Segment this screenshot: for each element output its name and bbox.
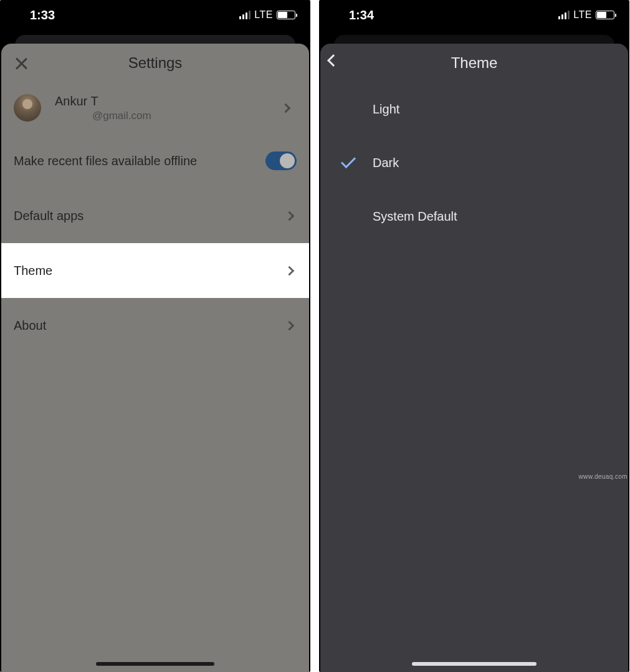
option-dark[interactable]: Dark [320,136,628,190]
sheet-header: Theme [320,44,628,82]
row-offline[interactable]: Make recent files available offline [1,133,309,188]
sheet-header: Settings [1,44,309,82]
row-theme-label: Theme [14,264,52,278]
toggle-offline[interactable] [265,151,297,170]
home-indicator[interactable] [412,662,537,666]
status-right: LTE [558,9,614,21]
signal-icon [239,11,251,19]
avatar [14,94,41,122]
home-indicator[interactable] [96,662,214,666]
chevron-right-icon [285,266,295,276]
account-text: Ankur T @gmail.com [55,94,151,122]
status-bar: 1:33 LTE [0,0,310,30]
row-theme[interactable]: Theme [1,243,309,298]
row-default-apps[interactable]: Default apps [1,188,309,243]
row-default-apps-label: Default apps [14,209,84,223]
page-title: Theme [451,54,498,72]
check-icon [341,153,356,168]
option-system-default-label: System Default [373,209,457,224]
close-icon[interactable] [12,55,30,72]
back-icon[interactable] [327,54,340,67]
row-about-label: About [14,319,46,333]
phone-right-theme: 1:34 LTE Theme Light Dark System Default [319,0,629,672]
status-time: 1:34 [349,8,374,22]
row-about[interactable]: About [1,298,309,353]
network-label: LTE [573,9,592,21]
status-bar: 1:34 LTE [319,0,629,30]
account-email: @gmail.com [92,110,151,122]
account-name: Ankur T [55,94,151,108]
row-offline-label: Make recent files available offline [14,154,197,168]
network-label: LTE [254,9,273,21]
page-title: Settings [128,54,183,72]
status-time: 1:33 [30,8,55,22]
chevron-right-icon [285,320,295,330]
theme-sheet: Theme Light Dark System Default [320,44,628,672]
settings-sheet: Settings Ankur T @gmail.com Make recent … [1,44,309,672]
status-right: LTE [239,9,295,21]
watermark: www.deuaq.com [578,473,628,480]
chevron-right-icon [285,211,295,221]
option-light-label: Light [373,102,399,117]
option-dark-label: Dark [373,156,399,170]
option-system-default[interactable]: System Default [320,190,628,243]
signal-icon [558,11,570,19]
battery-icon [596,11,614,19]
account-row[interactable]: Ankur T @gmail.com [1,82,309,133]
phone-left-settings: 1:33 LTE Settings Ankur T @gmail.com [0,0,310,672]
battery-icon [277,11,295,19]
option-light[interactable]: Light [320,82,628,136]
chevron-right-icon [281,103,291,113]
